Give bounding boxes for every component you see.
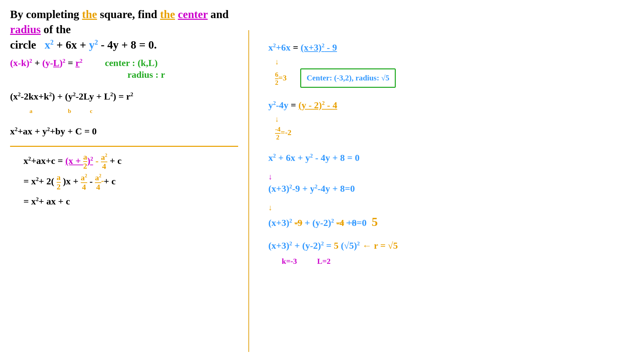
k-label: k=-3	[282, 255, 297, 268]
expanded-form-eq: (x2-2kx+k2) + (y2-2Ly + L2) = r2	[10, 89, 238, 104]
final-eq-line: (x+3)2 + (y-2)2 = 5 (√5)2 ← r = √5	[268, 238, 624, 253]
y-cs-sub: ↓ -4 2 =-2	[268, 113, 624, 140]
final-eq: (x+3)2 + (y-2)2 = 5 (√5)2 ← r = √5 k=-3 …	[268, 238, 624, 268]
x-cs-eq: x2+6x = (x+3)2 - 9	[268, 40, 624, 55]
page: By completing the square, find the cente…	[0, 0, 644, 362]
abc-labels: a b c	[10, 104, 238, 117]
y-complete-square: y2-4y = (y - 2)2 - 4 ↓ -4 2 =-2	[268, 98, 624, 141]
complete-sq-step1: x2+ax+c = (x + a 2 )2 - a2 4 + c	[23, 153, 238, 171]
simplified-eq: ↓ (x+3)2 -9 + (y-2)2 -4 +8=0 5	[268, 203, 624, 232]
orig-eq-line: x2 + 6x + y2 - 4y + 8 = 0	[268, 150, 624, 166]
complete-sq-step3: = x2+ ax + c	[23, 194, 238, 209]
y-cs-eq: y2-4y = (y - 2)2 - 4	[268, 98, 624, 113]
x-complete-square: x2+6x = (x+3)2 - 9 ↓ 6 2 =3 Center: (-3,…	[268, 40, 624, 88]
complete-square-section: x2+ax+c = (x + a 2 )2 - a2 4 + c = x2+ 2…	[10, 153, 238, 209]
complete-sq-step2: = x2+ 2( a 2 )x + a2 4 -	[23, 173, 238, 191]
expanded-form-section: (x2-2kx+k2) + (y2-2Ly + L2) = r2 a b c	[10, 89, 238, 117]
sub-eq-line: (x+3)2-9 + y2-4y + 8=0	[268, 181, 624, 196]
substituted-eq: ↓ (x+3)2-9 + y2-4y + 8=0	[268, 172, 624, 196]
standard-form-section: (x-k)2 + (y-L)2 = r2 center : (k,L) radi…	[10, 56, 238, 82]
general-form-section: x2+ax + y2+by + C = 0	[10, 124, 238, 139]
original-eq: x2 + 6x + y2 - 4y + 8 = 0	[268, 150, 624, 166]
radius-label: radius : r	[127, 67, 238, 82]
simpl-eq-line: (x+3)2 -9 + (y-2)2 -4 +8=0 5	[268, 212, 624, 232]
left-panel: By completing the square, find the cente…	[0, 0, 248, 362]
general-form-eq: x2+ax + y2+by + C = 0	[10, 124, 238, 139]
problem-title: By completing the square, find the cente…	[10, 7, 238, 52]
right-panel: x2+6x = (x+3)2 - 9 ↓ 6 2 =3 Center: (-3,…	[255, 30, 637, 362]
vertical-divider	[248, 30, 249, 352]
L-label: L=2	[317, 255, 330, 268]
answer-box: Center: (-3,2), radius: √5	[300, 68, 395, 87]
section-divider	[10, 146, 238, 147]
x-cs-sub: ↓ 6 2 =3 Center: (-3,2), radius: √5	[268, 55, 624, 88]
